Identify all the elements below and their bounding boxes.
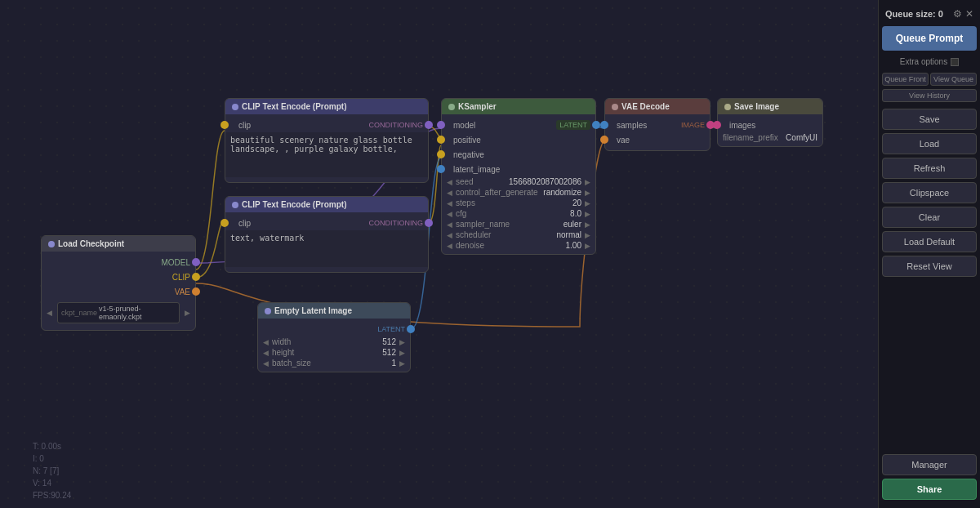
clipspace-button[interactable]: Clipspace [882, 182, 977, 203]
ksampler-negative-port[interactable] [437, 150, 445, 158]
stat-i: I: 0 [33, 452, 71, 465]
ksampler-scheduler-row: ◀ scheduler normal ▶ [442, 229, 595, 240]
clip-port[interactable] [192, 273, 200, 281]
clip-label: CLIP [47, 273, 190, 282]
node-save-image: Save Image images filename_prefix ComfyU… [717, 98, 823, 147]
scheduler-arrow-right[interactable]: ▶ [585, 231, 590, 239]
steps-arrow-right[interactable]: ▶ [585, 199, 590, 207]
seed-arrow-left[interactable]: ◀ [447, 178, 452, 186]
denoise-arrow-left[interactable]: ◀ [447, 242, 452, 250]
clip1-input-label: clip [238, 121, 251, 130]
vae-port[interactable] [192, 287, 200, 296]
view-queue-tab[interactable]: View Queue [930, 73, 977, 86]
node-dot [48, 241, 55, 247]
vae-vae-row: vae [605, 132, 710, 147]
extra-options-row: Extra options [882, 56, 977, 68]
latent-output-label: LATENT [377, 325, 405, 333]
batch-arrow-right[interactable]: ▶ [399, 359, 405, 368]
node-latent-title: Empty Latent Image [274, 306, 352, 315]
clip1-output-label: CONDITIONING [369, 121, 424, 129]
control-arrow-right[interactable]: ▶ [585, 189, 590, 197]
ckpt-field[interactable]: ckpt_name v1-5-pruned-emaonly.ckpt [57, 302, 180, 323]
vae-output-row: VAE [42, 284, 195, 299]
refresh-button[interactable]: Refresh [882, 158, 977, 179]
right-panel: Queue size: 0 ⚙ ✕ Queue Prompt Extra opt… [878, 0, 980, 508]
panel-icons: ⚙ ✕ [953, 8, 973, 20]
width-arrow-left[interactable]: ◀ [263, 338, 269, 346]
ksampler-latent-port[interactable] [437, 165, 445, 173]
clip2-textarea[interactable]: text, watermark [225, 230, 428, 267]
model-port[interactable] [192, 258, 200, 266]
height-arrow-right[interactable]: ▶ [399, 349, 405, 357]
stat-v: V: 14 [33, 477, 71, 489]
ksampler-positive-port[interactable] [437, 136, 445, 144]
sampler-arrow-right[interactable]: ▶ [585, 221, 590, 229]
stat-fps: FPS:90.24 [33, 489, 71, 501]
clip1-input-port[interactable] [220, 121, 229, 129]
ksampler-model-port[interactable] [437, 121, 445, 129]
latent-output-port[interactable] [407, 325, 415, 333]
ksampler-output-port[interactable] [592, 121, 600, 129]
model-output-row: MODEL [42, 255, 195, 270]
clip2-input-label: clip [238, 219, 251, 228]
manager-button[interactable]: Manager [882, 454, 977, 475]
ksampler-model-label: model [453, 121, 475, 130]
save-button[interactable]: Save [882, 109, 977, 130]
clip-output-row: CLIP [42, 270, 195, 284]
vae-vae-label: vae [617, 136, 630, 145]
share-button[interactable]: Share [882, 479, 977, 500]
ckpt-arrow-left[interactable]: ◀ [47, 309, 52, 317]
cfg-arrow-left[interactable]: ◀ [447, 210, 452, 218]
clear-button[interactable]: Clear [882, 207, 977, 228]
settings-icon[interactable]: ⚙ [953, 8, 962, 20]
control-arrow-left[interactable]: ◀ [447, 189, 452, 197]
ksampler-negative-label: negative [453, 150, 484, 159]
close-icon[interactable]: ✕ [965, 8, 973, 20]
ksampler-sampler-row: ◀ sampler_name euler ▶ [442, 219, 595, 229]
node-load-checkpoint: Load Checkpoint MODEL CLIP VAE ◀ ckpt_na… [41, 235, 196, 331]
node-clip2-header: CLIP Text Encode (Prompt) [225, 197, 428, 212]
sampler-arrow-left[interactable]: ◀ [447, 221, 452, 229]
ckpt-field-row: ◀ ckpt_name v1-5-pruned-emaonly.ckpt ▶ [42, 299, 195, 327]
steps-arrow-left[interactable]: ◀ [447, 199, 452, 207]
denoise-arrow-right[interactable]: ▶ [585, 242, 590, 250]
queue-front-tab[interactable]: Queue Front [882, 73, 929, 86]
cfg-arrow-right[interactable]: ▶ [585, 210, 590, 218]
node-clip2-body: clip CONDITIONING text, watermark [225, 212, 428, 272]
save-images-port[interactable] [713, 121, 721, 129]
node-clip1-title: CLIP Text Encode (Prompt) [242, 102, 347, 111]
vae-samples-port[interactable] [600, 121, 608, 129]
scheduler-arrow-left[interactable]: ◀ [447, 231, 452, 239]
clip1-textarea[interactable]: beautiful scenery nature glass bottle la… [225, 132, 428, 177]
queue-size-label: Queue size: 0 [885, 9, 943, 19]
vae-vae-port[interactable] [600, 136, 608, 144]
node-clip2: CLIP Text Encode (Prompt) clip CONDITION… [225, 196, 429, 273]
ckpt-arrow-right[interactable]: ▶ [185, 309, 190, 317]
reset-view-button[interactable]: Reset View [882, 256, 977, 277]
extra-options-checkbox[interactable] [951, 58, 959, 66]
ksampler-positive-row: positive [442, 132, 595, 147]
vae-samples-label: samples [617, 121, 647, 130]
view-history-button[interactable]: View History [882, 89, 977, 102]
node-vae-header: VAE Decode [605, 99, 710, 114]
height-arrow-left[interactable]: ◀ [263, 349, 269, 357]
load-default-button[interactable]: Load Default [882, 231, 977, 252]
node-dot-clip2 [232, 202, 238, 208]
canvas-area[interactable]: Load Checkpoint MODEL CLIP VAE ◀ ckpt_na… [0, 0, 878, 508]
width-arrow-right[interactable]: ▶ [399, 338, 405, 346]
queue-prompt-button[interactable]: Queue Prompt [882, 26, 977, 51]
save-images-row: images [718, 118, 822, 132]
node-clip2-title: CLIP Text Encode (Prompt) [242, 200, 347, 209]
load-button[interactable]: Load [882, 133, 977, 154]
queue-tabs: Queue Front View Queue [882, 73, 977, 86]
seed-arrow-right[interactable]: ▶ [585, 178, 590, 186]
clip2-input-port[interactable] [220, 219, 229, 227]
node-load-checkpoint-body: MODEL CLIP VAE ◀ ckpt_name v1-5-pruned-e… [42, 252, 195, 330]
clip2-output-port[interactable] [425, 219, 433, 227]
control-label: control_after_generate [456, 188, 540, 197]
batch-arrow-left[interactable]: ◀ [263, 359, 269, 368]
cfg-label: cfg [456, 209, 567, 218]
latent-output-row: LATENT [258, 322, 410, 336]
vae-output-label: IMAGE [681, 121, 705, 129]
clip1-output-port[interactable] [425, 121, 433, 129]
